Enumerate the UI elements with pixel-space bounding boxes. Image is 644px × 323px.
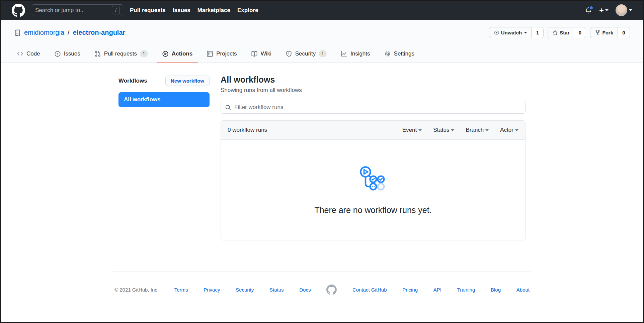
workflow-runs-box: 0 workflow runs Event Status Branch — [221, 120, 526, 240]
nav-issues[interactable]: Issues — [173, 7, 190, 14]
star-icon — [552, 30, 558, 35]
actor-filter[interactable]: Actor — [500, 127, 518, 133]
footer-link-terms[interactable]: Terms — [174, 287, 188, 293]
nav-explore[interactable]: Explore — [237, 7, 258, 14]
gear-icon — [384, 50, 391, 57]
tab-wiki[interactable]: Wiki — [246, 46, 277, 63]
new-workflow-button[interactable]: New workflow — [165, 76, 210, 86]
tab-pull-requests[interactable]: Pull requests 1 — [89, 46, 153, 63]
shield-icon — [286, 50, 292, 57]
runs-count: 0 workflow runs — [228, 127, 267, 133]
caret-down-icon — [515, 129, 518, 133]
filter-input[interactable] — [234, 104, 521, 111]
tab-issues[interactable]: Issues — [49, 46, 86, 63]
security-badge: 1 — [319, 50, 327, 57]
tab-settings[interactable]: Settings — [379, 46, 420, 63]
book-icon — [251, 50, 258, 57]
search-input[interactable] — [35, 7, 112, 14]
workflow-empty-icon — [358, 165, 389, 192]
global-header: / Pull requests Issues Marketplace Explo… — [1, 1, 643, 20]
footer-link-status[interactable]: Status — [269, 287, 284, 293]
repo-header: emidiomorgia / electron-angular Unwatch … — [1, 20, 643, 63]
branch-filter[interactable]: Branch — [466, 127, 489, 133]
caret-down-icon — [451, 129, 454, 133]
caret-down-icon — [418, 129, 422, 133]
filter-workflow-runs[interactable] — [221, 101, 526, 114]
star-label: Star — [560, 30, 569, 35]
user-menu-button[interactable] — [616, 4, 632, 16]
page-subtitle: Showing runs from all workflows — [221, 87, 526, 94]
footer-link-blog[interactable]: Blog — [491, 287, 501, 293]
filter-label: Branch — [466, 127, 484, 133]
footer-link-about[interactable]: About — [516, 287, 530, 293]
fork-button[interactable]: Fork — [590, 27, 618, 38]
caret-down-icon — [485, 129, 489, 133]
search-icon — [225, 104, 231, 111]
site-footer: © 2021 GitHub, Inc. Terms Privacy Securi… — [113, 272, 531, 308]
nav-pull-requests[interactable]: Pull requests — [130, 7, 166, 14]
nav-marketplace[interactable]: Marketplace — [197, 7, 230, 14]
footer-link-pricing[interactable]: Pricing — [402, 287, 418, 293]
actions-page: Workflows New workflow All workflows All… — [118, 75, 526, 240]
breadcrumb-owner[interactable]: emidiomorgia — [24, 29, 64, 36]
watchers-count[interactable]: 1 — [532, 27, 544, 38]
tab-projects[interactable]: Projects — [201, 46, 242, 63]
breadcrumb-separator: / — [68, 29, 70, 36]
create-new-button[interactable]: + — [599, 6, 609, 14]
status-filter[interactable]: Status — [433, 127, 454, 133]
project-icon — [207, 50, 213, 57]
star-button[interactable]: Star — [548, 27, 574, 38]
tab-security[interactable]: Security 1 — [280, 46, 332, 63]
filter-label: Actor — [500, 127, 513, 133]
footer-link-training[interactable]: Training — [457, 287, 475, 293]
fork-label: Fork — [602, 30, 613, 35]
plus-icon: + — [599, 6, 604, 14]
fork-group: Fork 0 — [590, 27, 630, 38]
star-group: Star 0 — [548, 27, 586, 38]
footer-link-api[interactable]: API — [433, 287, 441, 293]
footer-link-contact[interactable]: Contact GitHub — [352, 287, 387, 293]
footer-link-security[interactable]: Security — [236, 287, 254, 293]
caret-down-icon — [629, 9, 632, 13]
page-title: All workflows — [221, 75, 526, 85]
code-icon — [17, 50, 23, 57]
tab-label: Insights — [350, 50, 370, 57]
tab-insights[interactable]: Insights — [335, 46, 376, 63]
forks-count[interactable]: 0 — [618, 27, 630, 38]
tab-code[interactable]: Code — [11, 46, 46, 63]
global-nav: Pull requests Issues Marketplace Explore — [130, 7, 258, 14]
graph-icon — [341, 50, 347, 57]
tab-actions[interactable]: Actions — [157, 46, 198, 63]
actions-play-icon — [162, 50, 169, 57]
github-mark-icon[interactable] — [326, 285, 337, 295]
watch-group: Unwatch 1 — [489, 27, 544, 38]
pull-requests-badge: 1 — [140, 50, 148, 57]
repo-tabs: Code Issues Pull requests 1 Actions — [1, 46, 643, 63]
workflows-sidebar: Workflows New workflow All workflows — [118, 75, 210, 240]
unwatch-button[interactable]: Unwatch — [489, 27, 532, 38]
empty-state: There are no workflow runs yet. — [221, 140, 525, 240]
notifications-button[interactable] — [585, 7, 592, 14]
breadcrumb-repo[interactable]: electron-angular — [73, 29, 126, 36]
filter-label: Event — [402, 127, 417, 133]
workflows-title: Workflows — [118, 78, 147, 84]
tab-label: Pull requests — [104, 50, 137, 57]
caret-down-icon — [524, 32, 527, 35]
tab-label: Projects — [216, 50, 237, 57]
sidebar-item-all-workflows[interactable]: All workflows — [118, 92, 210, 107]
runs-box-header: 0 workflow runs Event Status Branch — [221, 121, 525, 140]
tab-label: Settings — [394, 50, 414, 57]
global-search[interactable]: / — [32, 4, 123, 16]
footer-link-docs[interactable]: Docs — [299, 287, 311, 293]
footer-link-privacy[interactable]: Privacy — [204, 287, 220, 293]
eye-icon — [494, 30, 499, 35]
event-filter[interactable]: Event — [402, 127, 422, 133]
pull-request-icon — [94, 50, 101, 57]
repo-social-actions: Unwatch 1 Star 0 — [489, 27, 630, 38]
stars-count[interactable]: 0 — [574, 27, 586, 38]
runs-filters: Event Status Branch Actor — [402, 127, 518, 133]
repo-icon — [14, 29, 21, 36]
tab-label: Actions — [172, 50, 192, 57]
github-logo-icon[interactable] — [12, 4, 25, 17]
tab-label: Issues — [64, 50, 80, 57]
